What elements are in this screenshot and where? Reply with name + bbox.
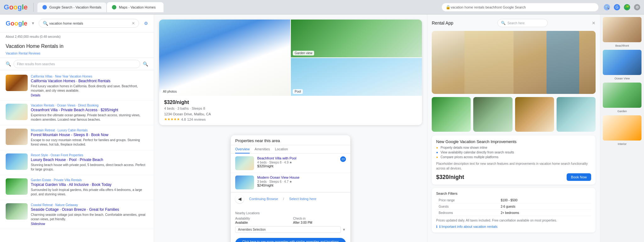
map-tab-location[interactable]: Location — [275, 145, 288, 153]
right-images-row — [432, 97, 596, 132]
search-result-item-4[interactable]: Resort Style · Ocean Front Properties Lu… — [0, 150, 154, 175]
browser-tab-1[interactable]: Google Search - Vacation Rentals — [37, 2, 107, 12]
result-content-2: Vacation Rentals · Ocean Views · Direct … — [31, 104, 148, 122]
tooltip-text: Click here to see more properties with s… — [242, 240, 339, 242]
omnibar-lock-icon: 🔒 — [446, 5, 451, 9]
result-title-3[interactable]: Forest Mountain House - Sleeps 8 · Book … — [31, 133, 148, 137]
far-right-img-3[interactable] — [603, 83, 641, 108]
result-title-1[interactable]: California Vacation Homes · Beachfront R… — [31, 79, 148, 83]
right-search-box[interactable]: 🔍 Search here — [497, 19, 548, 27]
map-tab-overview[interactable]: Overview — [235, 145, 250, 153]
nav-separator: / — [283, 197, 284, 201]
right-main-image[interactable] — [432, 31, 596, 94]
filter-section-title: Search Filters — [436, 192, 591, 195]
chrome-search-icon[interactable]: 🔍 — [604, 4, 610, 10]
map-listing-2[interactable]: Modern Ocean View House 3 beds · Sleeps … — [231, 173, 350, 192]
result-url-6: Coastal Retreat · Nature Getaway — [31, 203, 148, 207]
right-table-label-3: Bedrooms — [436, 210, 498, 216]
result-content-3: Mountain Retreat · Luxury Cabin Rentals … — [31, 129, 148, 147]
search-result-item-5[interactable]: Garden Estate · Private Villa Rentals Tr… — [0, 175, 154, 200]
nav-breadcrumb-rentals[interactable]: Select listing here — [289, 197, 316, 201]
right-table-value-1: $100 - $500 — [498, 197, 591, 204]
header-search-box[interactable]: 🔍 vacation home rentals ✕ — [39, 19, 139, 28]
dropdown-arrow[interactable]: ▼ — [342, 228, 346, 232]
result-url-4: Resort Style · Ocean Front Properties — [31, 153, 148, 157]
far-right-panel: Beachfront Ocean View Garden Interior — [600, 14, 644, 242]
result-title-6[interactable]: Seaside Cottage · Ocean Breeze · Great f… — [31, 207, 148, 212]
chrome-settings-icon[interactable]: ⚙ — [634, 4, 640, 10]
result-title-4[interactable]: Luxury Beach House · Pool · Private Beac… — [31, 158, 148, 162]
result-url-5: Garden Estate · Private Villa Rentals — [31, 178, 148, 182]
property-images-grid: All photos Garden view Pool — [159, 20, 422, 96]
second-search-icon: 🔍 — [6, 61, 11, 66]
result-action-6[interactable]: Slideshow — [31, 222, 148, 226]
browser-chrome: Google Google Search - Vacation Rentals … — [0, 0, 644, 14]
result-thumb-4 — [6, 153, 28, 170]
search-result-item-3[interactable]: Mountain Retreat · Luxury Cabin Rentals … — [0, 125, 154, 150]
br-image-label: Pool — [293, 89, 303, 94]
right-panel-close-icon[interactable]: ✕ — [592, 20, 596, 26]
map-listing-1[interactable]: Beachfront Villa with Pool 4 beds · Slee… — [231, 154, 350, 173]
nav-breadcrumb-home[interactable]: Continuing Browse — [249, 197, 278, 201]
listing-info-1: Beachfront Villa with Pool 4 beds · Slee… — [257, 156, 337, 168]
search-result-item-2[interactable]: Vacation Rentals · Ocean Views · Direct … — [0, 101, 154, 125]
chrome-profile-icon[interactable]: G — [614, 4, 620, 10]
sort-dropdown[interactable]: Amenities Selection — [235, 226, 341, 233]
right-table-value-3: 2+ bedrooms — [498, 210, 591, 216]
property-main-image[interactable]: All photos — [159, 20, 290, 96]
map-tab-amenities[interactable]: Amenities — [255, 145, 270, 153]
chrome-extensions-icon[interactable]: 🧩 — [624, 4, 630, 10]
result-action-1[interactable]: Details — [31, 94, 148, 97]
info-col-1: Availability Available — [235, 217, 288, 224]
warning-icon-right: ℹ — [436, 225, 437, 229]
right-table-label-2: Guests — [436, 204, 498, 210]
google-logo-small: Google — [6, 20, 27, 26]
far-right-img-4[interactable] — [603, 115, 641, 141]
filter-images[interactable]: Vacation Rental Reviews — [6, 52, 40, 55]
omnibar[interactable]: 🔒 vacation home rentals beachfront Googl… — [441, 3, 599, 12]
result-content-1: California Villas · New Year Vacation Ho… — [31, 75, 148, 97]
warning-text-right: ℹ Important info about vacation rentals — [439, 225, 497, 229]
info-label-1: Availability — [235, 217, 288, 220]
far-right-img-1[interactable] — [603, 17, 641, 42]
result-content-4: Resort Style · Ocean Front Properties Lu… — [31, 153, 148, 172]
result-content-5: Garden Estate · Private Villa Rentals Tr… — [31, 178, 148, 197]
search-result-item[interactable]: California Villas · New Year Vacation Ho… — [0, 72, 154, 101]
nav-back-button[interactable]: ◀ — [235, 194, 244, 203]
result-title-2[interactable]: Oceanfront Villa - Private Beach Access … — [31, 108, 148, 112]
search-result-item-6[interactable]: Coastal Retreat · Nature Getaway Seaside… — [0, 200, 154, 229]
second-search-submit[interactable]: 🔍 — [143, 61, 148, 66]
property-top-right-image[interactable]: Garden view — [291, 20, 422, 57]
tooltip-button[interactable]: Click here to see more properties with s… — [235, 238, 346, 242]
page-content: Google ▼ 🔍 vacation home rentals ✕ ⚙ Abo… — [0, 14, 644, 242]
far-right-img-2[interactable] — [603, 50, 641, 75]
search-filter-row: Vacation Rental Reviews — [0, 50, 154, 58]
tab-title-1: Google Search - Vacation Rentals — [49, 5, 102, 9]
info-row: Availability Available Check-in After 3:… — [235, 217, 346, 224]
tab-title-2: Maps - Vacation Homes — [119, 5, 158, 9]
dot-orange-1: ● — [436, 146, 438, 149]
second-search-input[interactable]: Filter results from searches — [14, 60, 140, 68]
query-title-text: Vacation Home Rentals in — [6, 43, 64, 49]
logo-dropdown-icon[interactable]: ▼ — [31, 21, 35, 26]
result-url-3: Mountain Retreat · Luxury Cabin Rentals — [31, 129, 148, 132]
right-table-value-2: 2-6 guests — [498, 204, 591, 210]
map-card-tabs: Overview Amenities Location — [231, 145, 350, 154]
right-small-img-4[interactable] — [557, 97, 596, 132]
right-small-img-2[interactable] — [473, 97, 512, 132]
map-section: Properties near this area Overview Ameni… — [159, 130, 422, 242]
right-info-text-3: Compare prices across multiple platforms — [441, 155, 498, 159]
header-settings-icon[interactable]: ⚙ — [144, 21, 148, 26]
right-small-img-1[interactable] — [432, 97, 471, 132]
book-now-button[interactable]: Book Now — [567, 173, 591, 181]
browser-tab-2[interactable]: Maps - Vacation Homes — [107, 2, 164, 12]
header-clear-icon[interactable]: ✕ — [132, 21, 135, 26]
warning-info-row[interactable]: ℹ ℹ Important info about vacation rental… — [436, 225, 591, 229]
dot-blue-2: ● — [436, 151, 438, 154]
search-meta-text: About 2,450,000 results (0.48 seconds) — [6, 35, 61, 38]
right-panel-header: Rental App 🔍 Search here ✕ — [432, 19, 596, 27]
right-panel: Rental App 🔍 Search here ✕ New Google Va… — [427, 14, 600, 242]
right-small-img-3[interactable] — [515, 97, 554, 132]
result-title-5[interactable]: Tropical Garden Villa · All Inclusive · … — [31, 182, 148, 187]
property-bottom-right-image[interactable]: Pool — [291, 58, 422, 96]
